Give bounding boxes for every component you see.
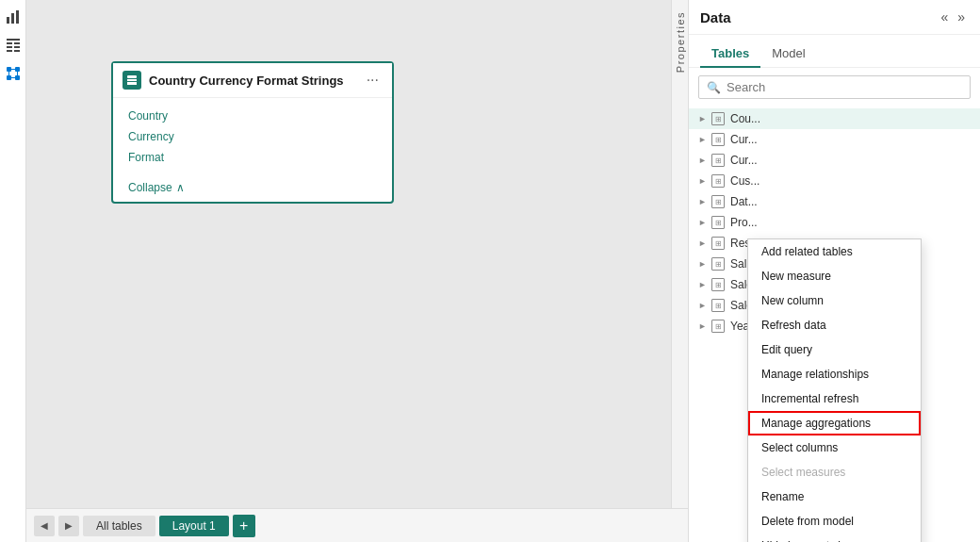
table-list-item-1[interactable]: ► ⊞ Cur... <box>689 129 980 150</box>
tl-name-0: Cou... <box>730 112 971 125</box>
table-card-footer: Collapse ∧ <box>113 175 392 202</box>
tab-model[interactable]: Model <box>760 41 816 68</box>
svg-rect-0 <box>7 17 9 24</box>
chart-sidebar-icon[interactable] <box>4 8 23 26</box>
table-list-item-4[interactable]: ► ⊞ Dat... <box>689 191 980 212</box>
field-format[interactable]: Format <box>128 147 377 168</box>
table-card-header: Country Currency Format Strings ··· <box>113 63 392 98</box>
table-card-db-icon <box>122 71 141 90</box>
search-icon: 🔍 <box>707 81 721 94</box>
panel-collapse-left[interactable]: « <box>937 8 952 26</box>
field-currency[interactable]: Currency <box>128 126 377 147</box>
ctx-rename[interactable]: Rename <box>748 485 921 509</box>
layout1-tab[interactable]: Layout 1 <box>159 516 229 536</box>
ctx-hide-in-report-view[interactable]: Hide in report view <box>748 534 921 542</box>
model-sidebar-icon[interactable] <box>4 64 23 83</box>
svg-rect-10 <box>7 67 11 72</box>
svg-rect-18 <box>127 75 137 78</box>
main-canvas: Country Currency Format Strings ··· Coun… <box>26 0 688 508</box>
properties-label: Properties <box>675 11 686 73</box>
svg-rect-20 <box>127 82 137 85</box>
field-country[interactable]: Country <box>128 106 377 126</box>
left-sidebar <box>0 0 26 542</box>
table-card-menu-button[interactable]: ··· <box>363 72 383 89</box>
all-tables-tab[interactable]: All tables <box>83 516 155 536</box>
context-menu: Add related tables New measure New colum… <box>747 238 922 542</box>
tl-chevron-0: ► <box>698 114 708 123</box>
svg-rect-5 <box>14 42 20 44</box>
svg-rect-6 <box>7 46 12 48</box>
right-panel-title: Data <box>700 9 731 25</box>
ctx-delete-from-model[interactable]: Delete from model <box>748 509 921 534</box>
svg-rect-11 <box>15 67 20 72</box>
ctx-manage-aggregations[interactable]: Manage aggregations <box>748 411 921 435</box>
svg-rect-9 <box>14 50 20 52</box>
search-input[interactable] <box>727 80 962 94</box>
panel-expand-right[interactable]: » <box>954 8 969 26</box>
nav-prev-button[interactable]: ◀ <box>34 516 55 536</box>
svg-rect-19 <box>127 79 137 81</box>
svg-rect-13 <box>15 75 20 80</box>
ctx-select-measures: Select measures <box>748 460 921 485</box>
svg-rect-12 <box>7 75 11 80</box>
svg-rect-2 <box>16 10 19 24</box>
svg-rect-8 <box>7 50 12 52</box>
svg-rect-1 <box>11 13 14 24</box>
app-container: Country Currency Format Strings ··· Coun… <box>0 0 980 542</box>
right-panel-header: Data « » <box>689 0 980 35</box>
ctx-edit-query[interactable]: Edit query <box>748 337 921 362</box>
right-panel: Data « » Tables Model 🔍 Add related tabl… <box>688 0 980 542</box>
right-panel-tabs: Tables Model <box>689 35 980 68</box>
add-layout-button[interactable]: + <box>233 515 255 537</box>
collapse-button[interactable]: Collapse ∧ <box>128 181 377 194</box>
svg-rect-7 <box>14 46 20 48</box>
ctx-select-columns[interactable]: Select columns <box>748 435 921 460</box>
table-list-item-5[interactable]: ► ⊞ Pro... <box>689 212 980 233</box>
svg-rect-4 <box>7 42 12 44</box>
search-box: 🔍 <box>698 75 971 99</box>
properties-tab: Properties <box>671 0 688 542</box>
table-card-body: Country Currency Format <box>113 98 392 175</box>
tl-icon-0: ⊞ <box>711 112 725 125</box>
table-card: Country Currency Format Strings ··· Coun… <box>111 61 394 204</box>
svg-rect-3 <box>7 39 20 41</box>
panel-chevrons: « » <box>937 8 969 26</box>
table-list-item-0[interactable]: ► ⊞ Cou... <box>689 108 980 129</box>
table-list: Add related tables New measure New colum… <box>689 107 980 542</box>
tab-tables[interactable]: Tables <box>700 41 760 68</box>
table-sidebar-icon[interactable] <box>4 36 23 55</box>
table-list-item-2[interactable]: ► ⊞ Cur... <box>689 150 980 171</box>
table-card-title: Country Currency Format Strings <box>149 74 363 88</box>
ctx-add-related-tables[interactable]: Add related tables <box>748 239 921 264</box>
ctx-manage-relationships[interactable]: Manage relationships <box>748 362 921 386</box>
bottom-bar: ◀ ▶ All tables Layout 1 + <box>26 508 688 542</box>
nav-next-button[interactable]: ▶ <box>58 516 79 536</box>
ctx-incremental-refresh[interactable]: Incremental refresh <box>748 386 921 411</box>
ctx-new-column[interactable]: New column <box>748 288 921 313</box>
table-list-item-3[interactable]: ► ⊞ Cus... <box>689 171 980 191</box>
ctx-refresh-data[interactable]: Refresh data <box>748 313 921 337</box>
ctx-new-measure[interactable]: New measure <box>748 264 921 288</box>
